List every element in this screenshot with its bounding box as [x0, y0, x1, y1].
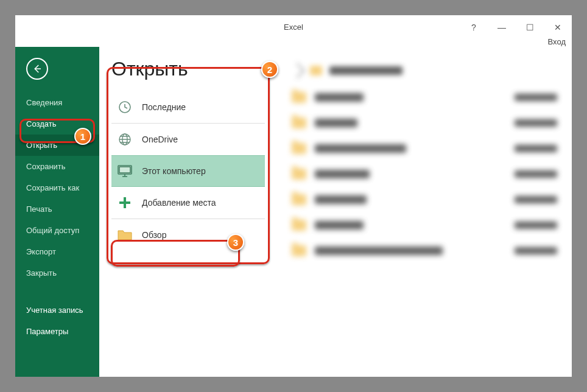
back-button[interactable] [26, 58, 48, 80]
arrow-left-icon [32, 63, 43, 74]
file-list [292, 92, 557, 256]
file-date [515, 119, 557, 127]
minimize-button[interactable]: — [488, 19, 516, 36]
file-row[interactable] [292, 194, 557, 205]
nav-save[interactable]: Сохранить [15, 156, 99, 177]
svg-rect-6 [119, 201, 130, 204]
nav-account[interactable]: Учетная запись [15, 299, 99, 321]
file-row[interactable] [292, 220, 557, 231]
globe-icon [116, 131, 133, 148]
folder-icon [116, 226, 133, 243]
up-icon [289, 63, 304, 78]
nav-info[interactable]: Сведения [15, 92, 99, 113]
folder-icon [292, 143, 306, 154]
file-name [315, 119, 357, 127]
location-add-place[interactable]: Добавление места [111, 187, 265, 219]
file-row[interactable] [292, 143, 557, 154]
folder-icon [292, 169, 306, 180]
file-date [515, 94, 557, 101]
nav-print[interactable]: Печать [15, 198, 99, 220]
file-row[interactable] [292, 92, 557, 103]
file-date [515, 222, 557, 229]
location-onedrive[interactable]: OneDrive [111, 124, 265, 155]
location-recent[interactable]: Последние [111, 91, 265, 123]
file-date [515, 170, 557, 178]
svg-rect-4 [119, 167, 130, 173]
file-name [315, 195, 367, 204]
file-date [515, 145, 557, 152]
open-column: Открыть Последние OneDrive [99, 47, 277, 377]
maximize-button[interactable]: ☐ [516, 19, 544, 36]
help-button[interactable]: ? [460, 19, 488, 36]
folder-icon [310, 66, 322, 75]
file-name [315, 144, 406, 153]
file-name [315, 93, 364, 102]
nav-share[interactable]: Общий доступ [15, 220, 99, 241]
file-date [515, 196, 557, 203]
nav-options[interactable]: Параметры [15, 321, 99, 342]
file-row[interactable] [292, 169, 557, 180]
file-date [515, 247, 557, 254]
open-title: Открыть [111, 58, 265, 80]
folder-icon [292, 245, 306, 256]
file-name [315, 170, 370, 178]
callout-badge-2: 2 [261, 61, 278, 78]
folder-icon [292, 92, 306, 103]
callout-badge-3: 3 [227, 234, 244, 251]
location-this-pc[interactable]: Этот компьютер [111, 155, 265, 187]
nav-export[interactable]: Экспорт [15, 241, 99, 262]
close-button[interactable]: ✕ [544, 19, 572, 36]
computer-icon [116, 163, 133, 180]
app-title: Excel [284, 23, 303, 32]
path-text [329, 66, 402, 75]
backstage-sidebar: Сведения Создать Открыть Сохранить Сохра… [15, 47, 99, 377]
file-list-column [277, 47, 572, 377]
file-name [315, 247, 443, 255]
file-row[interactable] [292, 245, 557, 256]
file-name [315, 221, 364, 229]
login-link[interactable]: Вход [548, 37, 566, 46]
folder-icon [292, 220, 306, 231]
nav-save-as[interactable]: Сохранить как [15, 177, 99, 198]
file-row[interactable] [292, 117, 557, 128]
folder-icon [292, 194, 306, 205]
plus-icon [116, 194, 133, 211]
clock-icon [116, 99, 133, 116]
folder-icon [292, 117, 306, 128]
nav-close[interactable]: Закрыть [15, 262, 99, 284]
file-list-header [292, 65, 557, 76]
callout-badge-1: 1 [74, 128, 91, 145]
